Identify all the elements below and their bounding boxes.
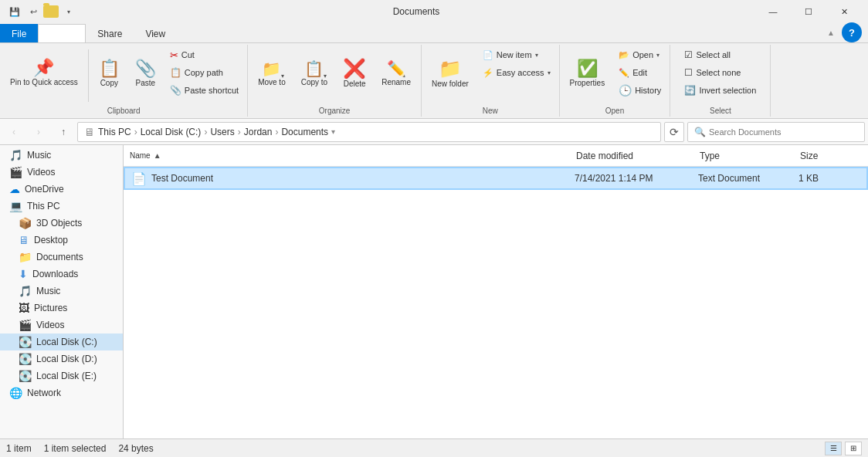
breadcrumb-users[interactable]: Users: [210, 127, 234, 137]
paste-shortcut-icon: 📎: [170, 85, 181, 96]
quick-access-toolbar: 💾 ↩ ▾: [6, 3, 77, 20]
new-item-chevron: ▾: [535, 52, 538, 59]
forward-btn[interactable]: ›: [28, 121, 49, 143]
sidebar-item-onedrive[interactable]: ☁ OneDrive: [0, 181, 123, 198]
select-group: ☑ Select all ☐ Select none 🔄 Invert sele…: [670, 45, 771, 117]
rename-btn[interactable]: ✏️ Rename: [375, 46, 418, 99]
title-bar: 💾 ↩ ▾ Documents — ☐ ✕: [0, 0, 868, 23]
view-controls: ☰ ⊞: [825, 442, 862, 455]
sidebar-item-desktop[interactable]: 🖥 Desktop: [0, 232, 123, 249]
organize-group: 📁 ▾ Move to 📋 ▾ Copy to ❌ Delete ✏️ Rena…: [248, 45, 422, 117]
new-folder-btn[interactable]: 📁 New folder: [425, 46, 476, 99]
history-icon: 🕒: [619, 84, 632, 96]
move-to-icon: 📁 ▾: [262, 59, 281, 78]
file-size-test-doc: 1 KB: [798, 173, 860, 184]
open-btn[interactable]: 📂 Open ▾: [613, 46, 666, 63]
edit-btn[interactable]: ✏️ Edit: [613, 64, 666, 81]
file-list: Name ▲ Date modified Type Size 📄 Test Do…: [124, 145, 868, 438]
details-view-btn[interactable]: ☰: [825, 442, 842, 455]
help-btn[interactable]: ?: [842, 22, 862, 42]
new-item-btn[interactable]: 📄 New item ▾: [477, 46, 556, 63]
minimize-btn[interactable]: —: [755, 0, 791, 23]
paste-label: Paste: [136, 79, 156, 87]
tab-file[interactable]: File: [0, 24, 38, 42]
paste-shortcut-btn[interactable]: 📎 Paste shortcut: [164, 82, 244, 99]
history-btn[interactable]: 🕒 History: [613, 82, 666, 99]
local-c-label: Local Disk (C:): [36, 337, 97, 347]
tab-view[interactable]: View: [134, 24, 177, 42]
sidebar-item-network[interactable]: 🌐 Network: [0, 384, 123, 401]
breadcrumb-dropdown-btn[interactable]: ▾: [331, 127, 335, 136]
paste-btn[interactable]: 📎 Paste: [128, 46, 163, 99]
col-size[interactable]: Size: [800, 151, 862, 161]
sidebar-item-this-pc[interactable]: 💻 This PC: [0, 198, 123, 215]
sidebar-item-documents[interactable]: 📁 Documents: [0, 249, 123, 266]
sidebar-item-videos[interactable]: 🎬 Videos: [0, 317, 123, 333]
back-icon: ‹: [12, 127, 15, 137]
search-input[interactable]: [709, 127, 858, 137]
cut-btn[interactable]: ✂ Cut: [164, 46, 244, 63]
move-to-btn[interactable]: 📁 ▾ Move to: [251, 46, 293, 99]
sidebar-item-videos-top[interactable]: 🎬 Videos: [0, 164, 123, 181]
ribbon-collapse-btn[interactable]: ▲: [823, 25, 839, 40]
tab-home[interactable]: Home: [38, 24, 86, 42]
select-label: Select: [710, 105, 731, 115]
qa-save-btn[interactable]: 💾: [6, 3, 23, 20]
copy-to-btn[interactable]: 📋 ▾ Copy to: [294, 46, 334, 99]
up-btn[interactable]: ↑: [53, 121, 74, 143]
qa-dropdown-btn[interactable]: ▾: [60, 3, 77, 20]
close-btn[interactable]: ✕: [826, 0, 862, 23]
sidebar-item-local-e[interactable]: 💽 Local Disk (E:): [0, 367, 123, 384]
pin-quick-access-btn[interactable]: 📌 Pin to Quick access: [3, 46, 85, 99]
back-btn[interactable]: ‹: [3, 121, 25, 143]
pictures-label: Pictures: [34, 303, 67, 313]
sidebar-item-local-d[interactable]: 💽 Local Disk (D:): [0, 350, 123, 367]
breadcrumb-this-pc[interactable]: This PC: [98, 127, 131, 137]
qa-undo-btn[interactable]: ↩: [25, 3, 42, 20]
properties-label: Properties: [570, 79, 605, 87]
file-row-test-document[interactable]: 📄 Test Document 7/14/2021 1:14 PM Text D…: [124, 167, 868, 190]
select-none-btn[interactable]: ☐ Select none: [679, 64, 761, 81]
sidebar-item-music-top[interactable]: 🎵 Music: [0, 147, 123, 164]
refresh-btn[interactable]: ⟳: [664, 122, 684, 142]
copy-path-btn[interactable]: 📋 Copy path: [164, 64, 244, 81]
open-chevron: ▾: [656, 52, 659, 59]
col-date[interactable]: Date modified: [576, 151, 700, 161]
select-all-icon: ☑: [684, 49, 693, 60]
sidebar-item-music[interactable]: 🎵 Music: [0, 283, 123, 300]
properties-btn[interactable]: ✅ Properties: [563, 46, 612, 99]
new-folder-icon: 📁: [439, 58, 462, 80]
local-d-label: Local Disk (D:): [36, 354, 97, 364]
clipboard-label: Clipboard: [107, 105, 141, 115]
easy-access-btn[interactable]: ⚡ Easy access ▾: [477, 64, 556, 81]
col-name[interactable]: Name ▲: [130, 151, 576, 160]
select-all-btn[interactable]: ☑ Select all: [679, 46, 761, 63]
breadcrumb-sep3: ›: [238, 127, 241, 137]
delete-btn[interactable]: ❌ Delete: [336, 46, 373, 99]
rename-label: Rename: [381, 78, 411, 86]
breadcrumb-sep2: ›: [204, 127, 207, 137]
copy-btn[interactable]: 📋 Copy: [92, 46, 127, 99]
breadcrumb-jordan[interactable]: Jordan: [244, 127, 273, 137]
maximize-btn[interactable]: ☐: [791, 0, 826, 23]
tab-share[interactable]: Share: [86, 24, 134, 42]
breadcrumb-documents: Documents: [281, 127, 328, 137]
large-icon-view-btn[interactable]: ⊞: [845, 442, 862, 455]
sidebar-item-downloads[interactable]: ⬇ Downloads: [0, 266, 123, 283]
invert-selection-btn[interactable]: 🔄 Invert selection: [679, 82, 761, 99]
sidebar-item-3d-objects[interactable]: 📦 3D Objects: [0, 215, 123, 232]
desktop-icon: 🖥: [19, 234, 29, 246]
new-group: 📁 New folder 📄 New item ▾ ⚡ Easy access …: [422, 45, 560, 117]
selected-info: 1 item selected: [44, 443, 107, 454]
breadcrumb-sep4: ›: [275, 127, 278, 137]
file-date-test-doc: 7/14/2021 1:14 PM: [575, 173, 698, 184]
music-top-icon: 🎵: [9, 149, 22, 161]
sidebar-item-local-c[interactable]: 💽 Local Disk (C:): [0, 333, 123, 350]
col-type[interactable]: Type: [700, 151, 800, 161]
copy-icon: 📋: [99, 59, 120, 79]
search-bar[interactable]: 🔍: [687, 122, 865, 142]
breadcrumb-local-c[interactable]: Local Disk (C:): [141, 127, 202, 137]
qa-folder-icon: [43, 5, 59, 18]
sidebar-item-pictures[interactable]: 🖼 Pictures: [0, 300, 123, 317]
status-bar: 1 item 1 item selected 24 bytes ☰ ⊞: [0, 438, 868, 457]
